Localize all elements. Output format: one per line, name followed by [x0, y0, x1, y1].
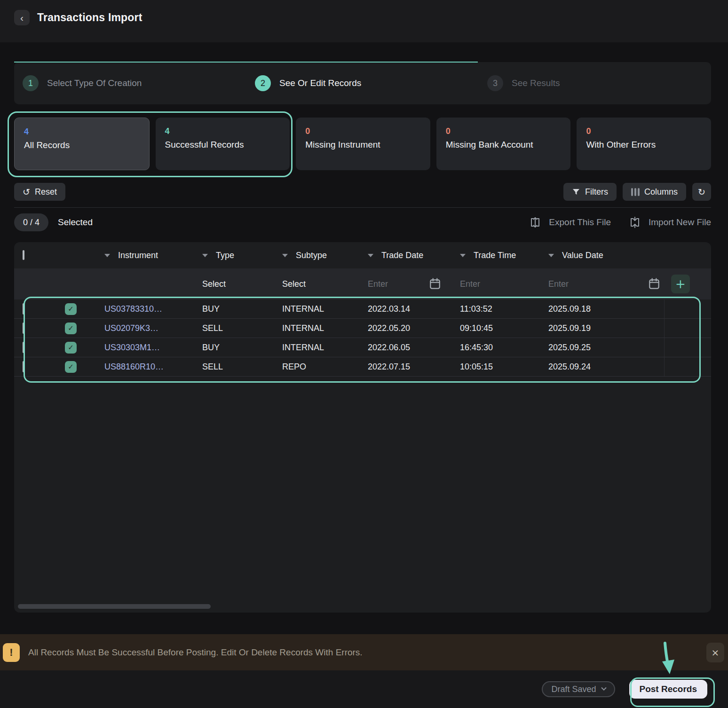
row-2-status-checkbox[interactable]: ✓: [65, 323, 77, 334]
row-4-type: SELL: [202, 362, 282, 372]
back-button[interactable]: ‹: [14, 10, 30, 25]
trade-date-dropdown-icon[interactable]: [368, 254, 373, 257]
row-3-checkbox[interactable]: [23, 342, 24, 353]
type-header-label: Type: [216, 251, 234, 260]
row-2-instrument-link[interactable]: US02079K3…: [104, 323, 202, 333]
column-header-subtype[interactable]: Subtype: [282, 251, 368, 260]
post-records-label: Post Records: [640, 684, 697, 694]
card-missing-bank-account[interactable]: 0 Missing Bank Account: [436, 118, 571, 170]
subtype-dropdown-icon[interactable]: [282, 254, 288, 257]
card-with-other-errors[interactable]: 0 With Other Errors: [577, 118, 711, 170]
refresh-icon: ↻: [698, 188, 705, 197]
row-2-subtype: INTERNAL: [282, 323, 368, 333]
row-4-value-date: 2025.09.24: [548, 362, 664, 372]
select-all-checkbox[interactable]: [23, 250, 24, 260]
column-header-value-date[interactable]: Value Date: [548, 251, 664, 260]
trade-date-filter-input[interactable]: Enter: [368, 279, 388, 289]
close-icon: ×: [712, 647, 720, 658]
row-1-instrument-link[interactable]: US03783310…: [104, 304, 202, 314]
filters-button[interactable]: Filters: [563, 183, 617, 201]
filter-funnel-icon: [572, 188, 580, 196]
card-missing-bank-account-count: 0: [446, 126, 562, 136]
draft-saved-label: Draft Saved: [551, 684, 596, 694]
row-2-actions-cell: [664, 319, 711, 338]
row-3-type: BUY: [202, 343, 282, 353]
card-successful-records[interactable]: 4 Successful Records: [156, 118, 290, 170]
card-all-records[interactable]: 4 All Records: [14, 118, 150, 170]
row-4-checkbox[interactable]: [23, 361, 24, 372]
type-filter-select[interactable]: Select: [202, 279, 226, 289]
column-header-instrument[interactable]: Instrument: [104, 251, 202, 260]
page-title: Transactions Import: [37, 10, 142, 25]
column-header-type[interactable]: Type: [202, 251, 282, 260]
selection-row: 0 / 4 Selected Export This File Import N…: [14, 213, 711, 232]
value-date-filter-input[interactable]: Enter: [548, 279, 569, 289]
value-date-dropdown-icon[interactable]: [548, 254, 554, 257]
row-3-instrument-link[interactable]: US30303M1…: [104, 343, 202, 353]
card-missing-bank-account-label: Missing Bank Account: [446, 140, 562, 150]
column-header-trade-date[interactable]: Trade Date: [368, 251, 460, 260]
filters-label: Filters: [585, 187, 608, 197]
banner-close-button[interactable]: ×: [706, 643, 724, 662]
table-row[interactable]: ✓ US03783310… BUY INTERNAL 2022.03.14 11…: [14, 299, 711, 319]
stepper: 1 Select Type Of Creation 2 See Or Edit …: [14, 62, 711, 104]
warning-icon: !: [3, 643, 20, 662]
trade-time-dropdown-icon[interactable]: [460, 254, 466, 257]
row-4-status-checkbox[interactable]: ✓: [65, 361, 77, 373]
row-4-trade-time: 10:05:15: [460, 362, 548, 372]
card-all-records-label: All Records: [24, 140, 140, 150]
step-1-badge: 1: [23, 75, 39, 91]
horizontal-scrollbar[interactable]: [18, 604, 211, 609]
add-record-button[interactable]: +: [671, 275, 690, 293]
selection-left-group: 0 / 4 Selected: [14, 213, 93, 231]
page-footer: Draft Saved Post Records: [0, 670, 728, 708]
selected-label: Selected: [58, 217, 93, 228]
column-header-trade-time[interactable]: Trade Time: [460, 251, 548, 260]
table-row[interactable]: ✓ US30303M1… BUY INTERNAL 2022.06.05 16:…: [14, 338, 711, 357]
card-with-other-errors-label: With Other Errors: [586, 140, 702, 150]
instrument-dropdown-icon[interactable]: [104, 254, 110, 257]
export-file-icon: [529, 216, 541, 228]
row-1-checkbox[interactable]: [23, 303, 24, 315]
columns-label: Columns: [644, 187, 678, 197]
row-1-status-checkbox[interactable]: ✓: [65, 303, 77, 315]
columns-button[interactable]: Columns: [623, 183, 686, 201]
table-row[interactable]: ✓ US02079K3… SELL INTERNAL 2022.05.20 09…: [14, 319, 711, 338]
step-2-badge: 2: [255, 75, 271, 91]
row-3-status-checkbox[interactable]: ✓: [65, 342, 77, 354]
value-date-calendar-icon[interactable]: [648, 277, 660, 291]
instrument-header-label: Instrument: [118, 251, 158, 260]
step-select-type-of-creation[interactable]: 1 Select Type Of Creation: [14, 62, 246, 104]
reset-icon: ↺: [23, 188, 30, 197]
row-3-trade-date: 2022.06.05: [368, 343, 460, 353]
type-dropdown-icon[interactable]: [202, 254, 208, 257]
trade-date-calendar-icon[interactable]: [429, 277, 441, 291]
step-see-or-edit-records[interactable]: 2 See Or Edit Records: [246, 62, 479, 104]
draft-saved-dropdown[interactable]: Draft Saved: [542, 681, 615, 697]
row-1-trade-date: 2022.03.14: [368, 304, 460, 314]
toolbar-divider: [14, 207, 711, 208]
post-records-button[interactable]: Post Records: [629, 680, 707, 699]
row-2-checkbox[interactable]: [23, 323, 24, 334]
row-1-subtype: INTERNAL: [282, 304, 368, 314]
reset-button[interactable]: ↺ Reset: [14, 183, 65, 201]
row-1-actions-cell: [664, 299, 711, 318]
table-row[interactable]: ✓ US88160R10… SELL REPO 2022.07.15 10:05…: [14, 357, 711, 377]
card-missing-instrument[interactable]: 0 Missing Instrument: [296, 118, 430, 170]
subtype-filter-select[interactable]: Select: [282, 279, 306, 289]
subtype-header-label: Subtype: [296, 251, 327, 260]
row-2-trade-date: 2022.05.20: [368, 323, 460, 333]
records-table: Instrument Type Subtype Trade Date Trade…: [14, 242, 711, 613]
row-1-value-date: 2025.09.18: [548, 304, 664, 314]
columns-icon: [631, 188, 640, 196]
step-see-results[interactable]: 3 See Results: [479, 62, 711, 104]
trade-time-filter-input[interactable]: Enter: [460, 279, 480, 289]
row-4-instrument-link[interactable]: US88160R10…: [104, 362, 202, 372]
export-this-file-label: Export This File: [549, 217, 611, 228]
refresh-button[interactable]: ↻: [692, 183, 711, 201]
row-2-trade-time: 09:10:45: [460, 323, 548, 333]
summary-cards: 4 All Records 4 Successful Records 0 Mis…: [14, 118, 711, 170]
export-this-file-button[interactable]: Export This File: [529, 216, 611, 228]
step-1-label: Select Type Of Creation: [47, 78, 142, 88]
import-new-file-button[interactable]: Import New File: [629, 216, 711, 228]
